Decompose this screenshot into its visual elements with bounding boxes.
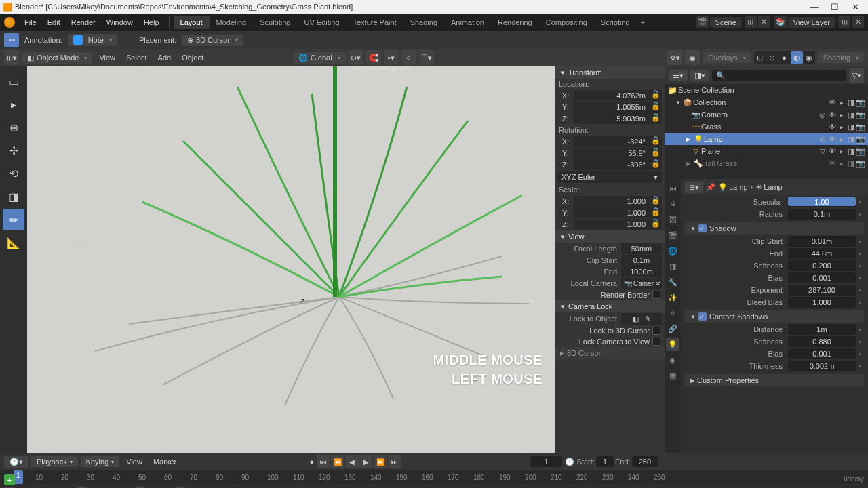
shadow-bias[interactable]: 0.001 (788, 272, 856, 283)
outliner-camera[interactable]: 📷Camera◎👁▸◨📷 (665, 108, 868, 121)
prop-tab-viewlayer[interactable]: 🖼 (666, 213, 679, 226)
annotation-layer-dropdown[interactable]: Note▾ (68, 34, 117, 46)
menu-file[interactable]: File (19, 18, 42, 26)
radius-field[interactable]: 0.1m (788, 209, 856, 220)
clip-end-field[interactable]: 1000m (621, 266, 662, 277)
move-tool[interactable]: ⊕ (3, 117, 24, 138)
workspace-animation[interactable]: Animation (444, 16, 491, 29)
transform-panel-header[interactable]: ▼Transform (555, 66, 665, 79)
lookdev-shading[interactable]: ◐ (791, 51, 803, 64)
annotation-color-swatch[interactable] (73, 35, 83, 45)
lock-object-field[interactable]: ◧ ✎ (621, 313, 662, 325)
timeline-ruler[interactable]: 1 10 20 30 40 50 60 70 80 90 100 110 120… (0, 470, 868, 484)
prop-tab-material[interactable]: ◉ (666, 353, 679, 367)
scale-y[interactable]: Y:1.000🔓 (557, 207, 662, 218)
outliner-filter[interactable]: ▽▾ (849, 68, 864, 83)
gizmo-dropdown[interactable]: ✥▾ (667, 50, 682, 65)
shadow-checkbox[interactable]: ✓ (698, 224, 707, 232)
pin-icon[interactable]: 📌 (706, 183, 715, 192)
playhead[interactable]: 1 (14, 470, 23, 484)
new-scene-button[interactable]: ⊞ (745, 16, 757, 28)
workspace-compositing[interactable]: Compositing (539, 16, 594, 29)
cursor-tool[interactable]: ▸ (3, 94, 24, 115)
outliner-plane[interactable]: ▽Plane▽👁▸◨📷 (665, 145, 868, 157)
shadow-bleed-bias[interactable]: 1.000 (788, 297, 856, 308)
maximize-button[interactable]: ☐ (825, 2, 845, 12)
scale-x[interactable]: X:1.000🔓 (557, 196, 662, 207)
collection-row[interactable]: ▼📦Collection👁▸◨📷 (665, 96, 868, 108)
object-menu[interactable]: Object (178, 54, 208, 62)
placement-dropdown[interactable]: ⊕ 3D Cursor▾ (182, 35, 243, 46)
current-frame-field[interactable]: 1 (530, 456, 561, 467)
location-x[interactable]: X:4.0762m🔓 (557, 90, 662, 101)
overlays-toggle[interactable]: ◉ (685, 50, 700, 65)
timeline-view-menu[interactable]: View (122, 458, 146, 466)
focal-length-field[interactable]: 50mm (621, 243, 662, 254)
delete-viewlayer-button[interactable]: ✕ (852, 16, 864, 28)
prop-tab-modifiers[interactable]: 🔧 (666, 275, 679, 289)
keyframe-next[interactable]: ⏩ (374, 455, 387, 468)
prop-tab-world[interactable]: 🌐 (666, 244, 679, 258)
workspace-texture-paint[interactable]: Texture Paint (346, 16, 403, 29)
rotation-y[interactable]: Y:56.9°🔓 (557, 148, 662, 159)
prop-tab-physics[interactable]: ⚛ (666, 306, 679, 320)
rendered-shading[interactable]: ◉ (803, 51, 815, 64)
view-menu[interactable]: View (95, 54, 119, 62)
scene-browse-icon[interactable]: 🎬 (696, 16, 709, 28)
workspace-modeling[interactable]: Modeling (210, 16, 254, 29)
3d-cursor-header[interactable]: ▶3D Cursor (555, 347, 665, 359)
menu-render[interactable]: Render (66, 18, 101, 26)
properties-editor-dropdown[interactable]: ⊞▾ (685, 182, 703, 193)
start-frame-field[interactable]: 1 (596, 456, 614, 467)
workspace-uv-editing[interactable]: UV Editing (297, 16, 346, 29)
outliner-tall-grass[interactable]: ▶🦴Tall Grass👁▸◨📷 (665, 157, 868, 169)
preview-range-toggle[interactable]: 🕐 (565, 458, 574, 466)
cs-bias[interactable]: 0.001 (788, 348, 856, 359)
outliner-display-mode[interactable]: ◨▾ (690, 70, 709, 81)
proportional-toggle[interactable]: ○ (401, 50, 416, 65)
rotation-mode-dropdown[interactable]: XYZ Euler▾ (557, 171, 662, 183)
scale-tool[interactable]: ⟲ (3, 163, 24, 184)
workspace-scripting[interactable]: Scripting (594, 16, 637, 29)
transform-tool[interactable]: ◨ (3, 186, 24, 207)
cs-thickness[interactable]: 0.002m (788, 361, 856, 371)
shadow-exponent[interactable]: 287.100 (788, 285, 856, 296)
solid-shading[interactable]: ● (778, 51, 791, 64)
outliner-search[interactable]: 🔍 (712, 70, 846, 81)
menu-help[interactable]: Help (138, 18, 165, 26)
menu-window[interactable]: Window (101, 18, 138, 26)
workspace-layout[interactable]: Layout (174, 16, 210, 29)
specular-slider[interactable]: 1.00 (788, 197, 856, 207)
mode-dropdown[interactable]: ◧ Object Mode▾ (22, 52, 92, 64)
timeline-marker-menu[interactable]: Marker (149, 458, 180, 466)
outliner-lamp[interactable]: ▶💡Lamp◎👁▸◨📷 (665, 133, 868, 145)
play-reverse[interactable]: ◀ (345, 455, 359, 468)
new-viewlayer-button[interactable]: ⊞ (838, 16, 850, 28)
clip-start-field[interactable]: 0.1m (621, 255, 662, 266)
minimize-button[interactable]: — (804, 2, 825, 12)
add-workspace-button[interactable]: + (637, 18, 649, 26)
pivot-dropdown[interactable]: ⊙▾ (349, 50, 363, 65)
shadow-panel-header[interactable]: ▼✓Shadow (685, 222, 864, 235)
workspace-rendering[interactable]: Rendering (491, 16, 539, 29)
keying-dropdown[interactable]: Keying▾ (81, 456, 120, 467)
shadow-clip-end[interactable]: 44.6m (788, 248, 856, 259)
shading-dropdown[interactable]: Shading▾ (818, 52, 864, 63)
close-button[interactable]: ✕ (845, 2, 865, 12)
add-menu[interactable]: Add (154, 54, 176, 62)
rotation-z[interactable]: Z:-306°🔓 (557, 159, 662, 170)
cs-distance[interactable]: 1m (788, 324, 856, 335)
keyframe-prev[interactable]: ⏪ (331, 455, 344, 468)
prop-tab-data[interactable]: 💡 (666, 338, 679, 351)
delete-scene-button[interactable]: ✕ (758, 16, 770, 28)
prop-tab-output[interactable]: 🖨 (666, 197, 679, 211)
location-z[interactable]: Z:5.9039m🔓 (557, 113, 662, 124)
local-camera-field[interactable]: 📷Camer✕ (621, 278, 662, 289)
shading-mode-pills[interactable]: ⊡ ⊕ ● ◐ ◉ (754, 51, 815, 64)
render-border-checkbox[interactable]: Render Border (555, 289, 665, 300)
lock-camera-to-view-checkbox[interactable]: Lock Camera to View (555, 336, 665, 347)
rotation-x[interactable]: X:-324°🔓 (557, 136, 662, 147)
jump-start[interactable]: ⏮ (317, 455, 330, 468)
location-y[interactable]: Y:1.0055m🔓 (557, 102, 662, 113)
cs-softness[interactable]: 0.880 (788, 336, 856, 347)
